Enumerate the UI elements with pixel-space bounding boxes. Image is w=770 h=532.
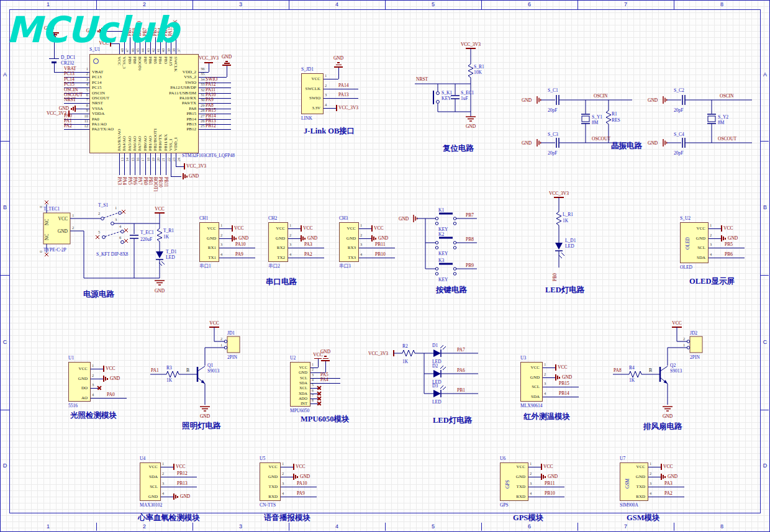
mcu-pin-name: SWIO: [149, 80, 196, 85]
gnd-icon: [297, 476, 298, 478]
module-pin-number: 5: [312, 382, 314, 387]
wire: [543, 367, 555, 368]
column-tick: [481, 1, 482, 9]
module-designator-u1: U1: [68, 356, 74, 361]
row-label-left: C: [1, 339, 9, 345]
net-label: GND: [180, 494, 190, 499]
mcu-right-net: PB15: [206, 108, 230, 113]
gnd-icon: [233, 237, 235, 240]
module-pin-name: GND: [681, 236, 705, 241]
mcu-pin-name: PB15: [149, 111, 196, 116]
module-designator-ch3: CH3: [339, 216, 348, 221]
module-pin-number: 3: [220, 242, 222, 247]
wire: [155, 153, 156, 175]
module-pin-name: VCC: [681, 226, 705, 231]
column-label-top: 2: [96, 1, 192, 7]
module-part-ch2: 串口2: [268, 264, 280, 269]
wire: [64, 129, 89, 130]
mcu-bottom-net: PA3: [117, 177, 122, 185]
gnd-icon: [173, 494, 174, 500]
mcu-pin-name: PB5: [153, 56, 158, 64]
vcc-icon: [293, 464, 294, 470]
net-label: VCC: [176, 464, 185, 469]
mcu-pin-name: PA6/AO: [132, 136, 137, 151]
row-tick: [1, 275, 9, 276]
module-pin-name: VCC: [302, 76, 320, 81]
row-label-right: B: [761, 204, 769, 210]
vcc-icon: [204, 62, 213, 63]
mcu-right-net: PA12: [206, 82, 230, 87]
vcc-icon: [336, 105, 337, 111]
module-pin-name: GND: [522, 375, 540, 380]
battery-part: CR232: [61, 61, 74, 66]
module-pin-number: 4: [360, 252, 362, 257]
mcu-pin-number: 9: [81, 108, 88, 113]
module-pin-number: 2: [530, 471, 532, 476]
mcu-left-net: VCC_3V3: [41, 111, 66, 116]
row-label-left: B: [1, 204, 9, 210]
module-pin-name: SDA: [141, 474, 158, 479]
mcu-pin-name: PB11/RX: [163, 134, 168, 151]
vcc-icon: [661, 464, 662, 470]
wire: [160, 153, 161, 175]
wire: [219, 248, 255, 248]
module-pin-name: RX2: [270, 245, 285, 250]
net-label: GND: [562, 375, 572, 380]
module-pin-name: TXD: [501, 484, 525, 489]
mcu-pin-name: PA7/AO: [137, 136, 142, 151]
mcu-pin-number: 7: [81, 97, 88, 102]
mcu-pin-name: PB8: [132, 56, 137, 64]
vcc-icon: [541, 464, 542, 470]
mcu-pin-name: VDDA: [92, 111, 142, 116]
column-tick: [674, 1, 674, 9]
gnd-icon: [302, 237, 304, 240]
mcu-pin-name: VDD_2: [149, 70, 196, 74]
module-pin-number: 3: [360, 242, 362, 247]
net-label: GND: [300, 474, 310, 479]
net-label: VCC: [303, 226, 312, 231]
column-label-top: 7: [578, 1, 674, 7]
column-tick: [385, 1, 386, 9]
wire: [338, 66, 339, 79]
net-label: VCC_3V3: [338, 106, 358, 110]
wire: [325, 360, 326, 372]
wire: [528, 467, 541, 467]
mcu-pin-number: 11: [81, 119, 88, 124]
net-label: PB14: [559, 391, 569, 396]
row-tick: [1, 141, 9, 142]
mcu-pin-number: 17: [140, 158, 145, 161]
wire: [709, 228, 721, 229]
column-tick: [578, 1, 578, 9]
module-title-u2: MPU6050模块: [301, 414, 349, 425]
mcu-pin-name: PB13: [149, 122, 196, 127]
net-label: GND: [548, 474, 558, 479]
module-pin-name: TX2: [270, 255, 285, 260]
row-label-right: D: [761, 462, 769, 469]
wire: [199, 129, 231, 130]
module-title-u1: 光照检测模块: [70, 410, 117, 421]
wire: [91, 398, 127, 399]
net-label: PB11: [545, 481, 555, 486]
wire: [648, 497, 684, 497]
module-pin-name: SWCLK: [302, 86, 320, 91]
mcu-pin-name: PB14: [149, 117, 196, 122]
gnd-icon: [723, 237, 724, 240]
module-designator-u7: U7: [620, 456, 625, 461]
gnd-icon: [73, 107, 74, 110]
mcu-part: STM32F103C8T6_LQFP48: [182, 153, 235, 158]
mcu-pin-name: PC13: [92, 74, 142, 79]
wire: [709, 248, 745, 248]
mcu-bottom-net: PB0: [143, 177, 148, 185]
row-label-right: A: [761, 71, 769, 78]
mcu-pin-name: PB1/AO: [148, 136, 153, 151]
vcc-icon: [232, 225, 233, 232]
module-pin-number: 4: [530, 491, 532, 496]
gnd-icon: [232, 235, 233, 241]
module-pin-name: GND: [141, 494, 158, 499]
module-pin-name: VCC: [522, 365, 540, 370]
mcu-pin-number: 35: [201, 71, 208, 76]
mcu-pin-number: 24: [176, 158, 181, 161]
wire: [709, 238, 721, 239]
module-title-u6: GPS模块: [513, 513, 543, 523]
gnd-icon: [293, 474, 294, 480]
